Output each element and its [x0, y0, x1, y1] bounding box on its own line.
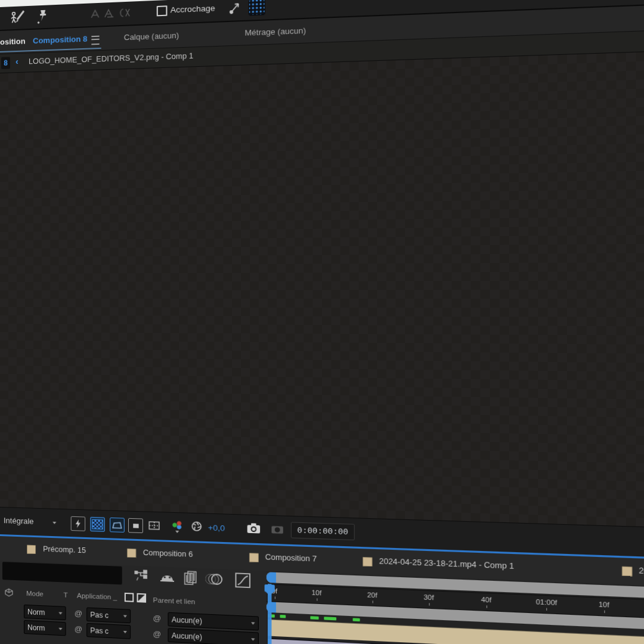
mini-flowchart-icon[interactable] — [134, 569, 148, 583]
comp-icon — [27, 545, 36, 555]
composition-viewport[interactable] — [0, 52, 644, 527]
chevron-down-icon — [52, 522, 56, 524]
timeline-tab-composition6[interactable]: Composition 6 — [143, 549, 193, 559]
cached-frames-segment — [353, 618, 360, 621]
ruler-tick: 40f — [481, 596, 491, 604]
timecode-display[interactable]: 0:00:00:00 — [291, 522, 355, 540]
cached-frames-segment — [280, 615, 286, 618]
tab-footage[interactable]: Métrage (aucun) — [244, 26, 306, 37]
ruler-tick: 30f — [424, 593, 434, 601]
mode-select[interactable]: Norm — [24, 605, 66, 620]
fast-previews-icon[interactable] — [71, 516, 85, 531]
back-chevron-icon[interactable]: ‹ — [16, 56, 18, 66]
playhead[interactable] — [265, 584, 275, 592]
channels-icon[interactable] — [172, 520, 183, 530]
ruler-tick: 01:00f — [536, 598, 558, 606]
column-header-mode[interactable]: Mode — [26, 590, 44, 597]
chevron-down-icon — [58, 612, 62, 614]
comp-icon — [363, 557, 373, 566]
comp-icon — [127, 549, 137, 558]
matte-square-icon[interactable] — [125, 593, 134, 602]
column-header-trkmat[interactable]: T — [63, 592, 67, 599]
pickwhip-icon[interactable]: @ — [75, 609, 82, 618]
timeline-tab-precomp15[interactable]: Précomp. 15 — [43, 545, 86, 555]
roto-brush-tool-icon[interactable] — [10, 10, 26, 24]
screenshot-frame: Accrochage osition Composition 8 Calque … — [0, 0, 644, 644]
snapshot-camera-icon[interactable] — [246, 522, 262, 535]
grid-guides-icon[interactable] — [147, 519, 162, 534]
exposure-reset-icon[interactable] — [190, 520, 203, 532]
comp-icon — [249, 553, 259, 562]
parent-select[interactable]: Aucun(e) — [168, 628, 258, 644]
ruler-tick: 20f — [367, 591, 377, 599]
tab-composition-8[interactable]: Composition 8 — [33, 34, 87, 45]
comp-icon — [622, 566, 633, 577]
chevron-down-icon — [58, 627, 62, 630]
timeline-tab-composition7[interactable]: Composition 7 — [265, 553, 317, 564]
pickwhip-icon[interactable]: @ — [75, 624, 82, 634]
motion-blur-icon[interactable] — [206, 572, 224, 586]
frame-blend-icon[interactable] — [183, 570, 198, 587]
channels-caret-icon — [175, 531, 179, 533]
after-effects-window: Accrochage osition Composition 8 Calque … — [0, 0, 644, 644]
cube-3d-icon — [5, 588, 13, 597]
snap-options-icon[interactable] — [228, 0, 242, 16]
exposure-value[interactable]: +0,0 — [208, 523, 225, 532]
search-input[interactable] — [2, 562, 122, 584]
tab-layer[interactable]: Calque (aucun) — [124, 31, 179, 42]
pickwhip-icon[interactable]: @ — [153, 629, 161, 639]
mask-visibility-icon[interactable] — [110, 518, 125, 532]
graph-editor-icon[interactable] — [234, 572, 251, 589]
pickwhip-icon[interactable]: @ — [153, 614, 161, 623]
mode-select[interactable]: Norm — [24, 620, 66, 636]
ruler-tick: 10f — [312, 589, 322, 596]
viewer-tab-title[interactable]: LOGO_HOME_OF_EDITORS_V2.png - Comp 1 — [29, 52, 193, 66]
ruler-tick: 10f — [599, 600, 609, 609]
puppet-pin-tool-icon[interactable] — [35, 9, 49, 25]
chevron-down-icon — [251, 622, 255, 624]
chevron-down-icon — [251, 638, 255, 640]
region-of-interest-icon[interactable] — [128, 518, 143, 533]
matte-select[interactable]: Pas c — [86, 608, 131, 624]
snapping-checkbox[interactable] — [157, 5, 168, 16]
chevron-down-icon — [123, 630, 127, 633]
matte-diagonal-icon[interactable] — [137, 593, 146, 603]
resolution-select[interactable]: Intégrale — [4, 516, 34, 526]
cached-frames-segment — [324, 617, 336, 620]
timeline-tab-clipped[interactable]: 2024-0 — [639, 566, 644, 577]
shy-icon[interactable] — [159, 570, 175, 586]
column-header-application[interactable]: Application _ — [77, 592, 117, 600]
parent-select[interactable]: Aucun(e) — [168, 612, 258, 631]
panel-menu-icon[interactable] — [91, 36, 99, 45]
snapping-label: Accrochage — [171, 4, 215, 15]
navigator-start-handle[interactable] — [267, 572, 276, 583]
chevron-down-icon — [123, 615, 127, 617]
tab-overflow-count[interactable]: 8 — [1, 57, 10, 69]
disabled-tools-icon — [89, 5, 144, 21]
show-snapshot-icon[interactable] — [270, 523, 284, 535]
timeline-tab-mp4-comp1[interactable]: 2024-04-25 23-18-21.mp4 - Comp 1 — [379, 557, 514, 571]
warped-stage: Accrochage osition Composition 8 Calque … — [0, 0, 644, 644]
matte-select[interactable]: Pas c — [86, 623, 131, 639]
column-header-parent[interactable]: Parent et lien — [153, 596, 195, 605]
transparency-grid-icon[interactable] — [90, 517, 105, 532]
snap-grid-icon[interactable] — [249, 0, 265, 16]
cached-frames-segment — [310, 616, 318, 620]
tab-composition-clipped[interactable]: osition — [0, 36, 26, 47]
